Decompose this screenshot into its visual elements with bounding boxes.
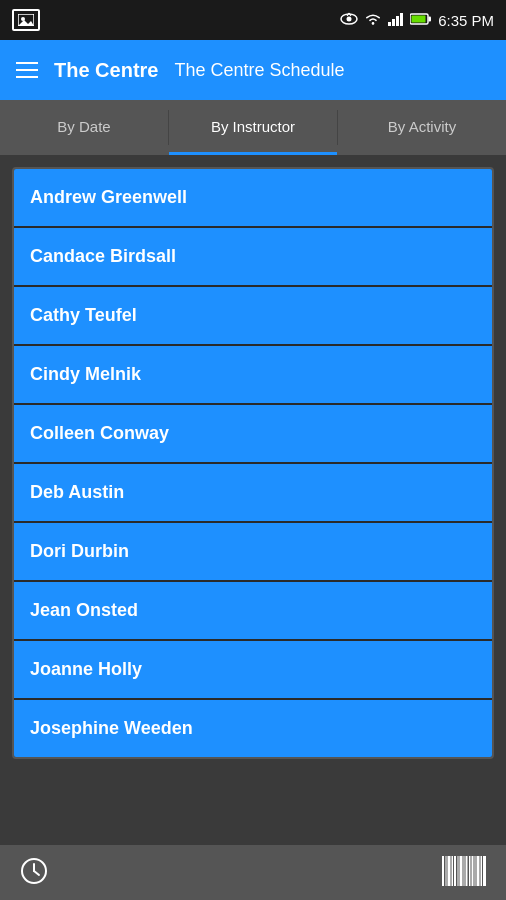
app-header: The Centre The Centre Schedule xyxy=(0,40,506,100)
hamburger-menu-icon[interactable] xyxy=(16,62,38,78)
svg-rect-10 xyxy=(396,16,399,26)
svg-rect-18 xyxy=(442,856,444,886)
list-item[interactable]: Colleen Conway xyxy=(14,405,492,464)
svg-rect-22 xyxy=(454,856,456,886)
list-item[interactable]: Cindy Melnik xyxy=(14,346,492,405)
svg-rect-24 xyxy=(460,856,463,886)
svg-rect-26 xyxy=(466,856,468,886)
signal-icon xyxy=(388,12,404,29)
svg-rect-27 xyxy=(469,856,471,886)
tab-by-activity[interactable]: By Activity xyxy=(338,100,506,155)
bottom-bar xyxy=(0,845,506,900)
list-item[interactable]: Andrew Greenwell xyxy=(14,169,492,228)
svg-rect-30 xyxy=(477,856,480,886)
svg-rect-8 xyxy=(388,22,391,26)
status-right: 6:35 PM xyxy=(340,12,494,29)
tab-by-instructor[interactable]: By Instructor xyxy=(169,100,337,155)
svg-rect-14 xyxy=(412,15,426,22)
barcode-icon xyxy=(442,856,486,890)
svg-rect-28 xyxy=(472,856,474,886)
time-display: 6:35 PM xyxy=(438,12,494,29)
app-subtitle: The Centre Schedule xyxy=(174,60,344,81)
svg-rect-9 xyxy=(392,19,395,26)
list-item[interactable]: Deb Austin xyxy=(14,464,492,523)
status-bar: 6:35 PM xyxy=(0,0,506,40)
image-icon xyxy=(12,9,40,31)
tab-by-date[interactable]: By Date xyxy=(0,100,168,155)
list-item[interactable]: Josephine Weeden xyxy=(14,700,492,757)
list-item[interactable]: Joanne Holly xyxy=(14,641,492,700)
svg-rect-11 xyxy=(400,13,403,26)
list-item[interactable]: Dori Durbin xyxy=(14,523,492,582)
wifi-icon xyxy=(364,12,382,29)
svg-rect-25 xyxy=(464,856,465,886)
status-left xyxy=(12,9,40,31)
list-item[interactable]: Cathy Teufel xyxy=(14,287,492,346)
svg-rect-31 xyxy=(481,856,483,886)
svg-rect-21 xyxy=(452,856,454,886)
svg-marker-2 xyxy=(18,20,34,26)
battery-icon xyxy=(410,12,432,29)
svg-rect-20 xyxy=(448,856,451,886)
clock-icon xyxy=(20,857,48,889)
svg-rect-32 xyxy=(483,856,486,886)
list-item[interactable]: Jean Onsted xyxy=(14,582,492,641)
eye-icon xyxy=(340,12,358,29)
svg-rect-13 xyxy=(429,16,432,21)
app-name: The Centre xyxy=(54,59,158,82)
svg-rect-29 xyxy=(475,856,476,886)
main-content: Andrew GreenwellCandace BirdsallCathy Te… xyxy=(0,155,506,845)
svg-point-4 xyxy=(347,16,352,21)
svg-rect-23 xyxy=(458,856,459,886)
svg-line-17 xyxy=(34,871,39,875)
list-item[interactable]: Candace Birdsall xyxy=(14,228,492,287)
instructor-list: Andrew GreenwellCandace BirdsallCathy Te… xyxy=(12,167,494,759)
tab-bar: By Date By Instructor By Activity xyxy=(0,100,506,155)
svg-point-7 xyxy=(372,22,375,25)
svg-rect-19 xyxy=(446,856,447,886)
